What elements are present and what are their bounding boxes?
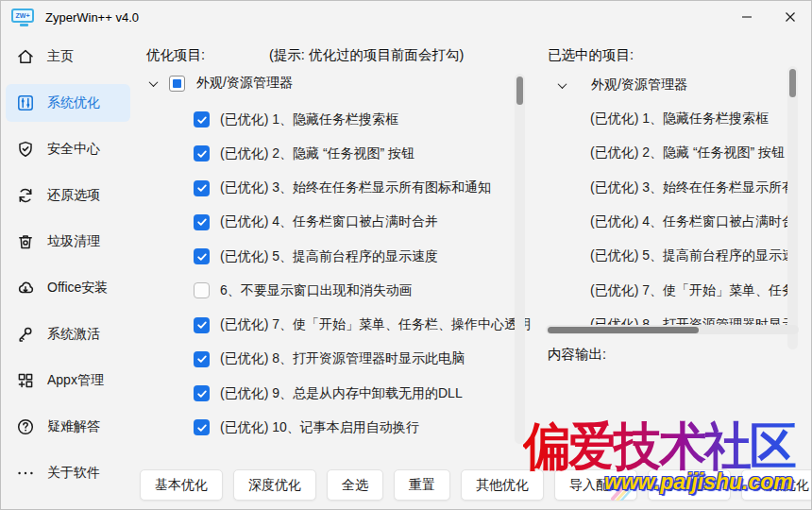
- item-checkbox-checked[interactable]: [194, 385, 210, 401]
- footer-button-7[interactable]: 导出配置: [648, 469, 731, 501]
- title-bar: ZW+ ZyperWin++ v4.0: [0, 0, 812, 34]
- optimize-list-hint: (提示: 优化过的项目前面会打勾): [269, 46, 464, 64]
- group-label: 外观/资源管理器: [196, 75, 293, 92]
- output-label: 内容输出:: [548, 346, 606, 364]
- optimize-item-row: (已优化) 3、始终在任务栏显示所有图标和通知: [194, 178, 491, 197]
- optimize-item-row: (已优化) 2、隐藏 “任务视图” 按钮: [194, 144, 414, 163]
- optimize-item-row: (已优化) 7、使「开始」菜单、任务栏、操作中心透明: [194, 315, 531, 334]
- selected-panel-title: 已选中的项目:: [548, 46, 634, 64]
- selected-item-row: (已优化) 3、始终在任务栏显示所有图标和通知: [590, 171, 788, 205]
- optimize-item-label: (已优化) 1、隐藏任务栏搜索框: [220, 111, 398, 128]
- optimize-item-row: (已优化) 9、总是从内存中卸载无用的DLL: [194, 384, 463, 403]
- expander-chevron-down-icon[interactable]: [148, 80, 169, 87]
- close-button[interactable]: [769, 0, 812, 34]
- close-icon: [785, 11, 796, 23]
- selected-item-row: (已优化) 7、使「开始」菜单、任务栏、操作中心透明: [590, 273, 788, 307]
- selected-vertical-scrollbar-track[interactable]: [787, 66, 798, 349]
- trash-icon: [16, 232, 35, 251]
- restore-icon: [16, 186, 35, 205]
- main-vertical-scrollbar-track[interactable]: [515, 74, 525, 444]
- selected-item-row: (已优化) 5、提高前台程序的显示速度: [590, 239, 788, 273]
- footer-button-3[interactable]: 全选: [327, 469, 383, 501]
- footer-button-1[interactable]: 基本优化: [140, 469, 223, 501]
- optimize-item-label: (已优化) 5、提高前台程序的显示速度: [220, 248, 438, 265]
- sidebar-item-10[interactable]: 关于软件: [6, 454, 130, 492]
- footer-button-6[interactable]: 导入配置: [554, 469, 637, 501]
- sidebar-item-label: Office安装: [47, 280, 108, 297]
- home-icon: [16, 47, 35, 66]
- sidebar-item-2[interactable]: 系统优化: [6, 84, 130, 122]
- help-circle-icon: [16, 417, 35, 436]
- item-checkbox-checked[interactable]: [194, 111, 210, 128]
- main-vertical-scrollbar-thumb[interactable]: [516, 76, 523, 105]
- item-checkbox-checked[interactable]: [194, 317, 210, 333]
- selected-item-row: (已优化) 2、隐藏 “任务视图” 按钮: [590, 136, 788, 170]
- selected-vertical-scrollbar-thumb[interactable]: [789, 69, 796, 97]
- sidebar-item-label: 还原选项: [47, 187, 100, 204]
- minimize-icon: [741, 11, 753, 23]
- minimize-button[interactable]: [725, 0, 769, 34]
- optimize-item-label: (已优化) 10、记事本启用自动换行: [220, 419, 419, 436]
- sidebar: 主页系统优化安全中心还原选项垃圾清理Office安装系统激活Appx管理疑难解答…: [0, 38, 136, 501]
- key-icon: [16, 325, 35, 344]
- group-checkbox-indeterminate[interactable]: [169, 76, 185, 92]
- sidebar-item-4[interactable]: 还原选项: [6, 177, 130, 214]
- optimize-item-row: (已优化) 4、任务栏窗口被占满时合并: [194, 212, 438, 231]
- optimize-item-label: 6、不要显示窗口出现和消失动画: [220, 282, 413, 299]
- optimize-item-label: (已优化) 9、总是从内存中卸载无用的DLL: [220, 385, 463, 402]
- optimize-item-row: 6、不要显示窗口出现和消失动画: [194, 281, 413, 300]
- item-checkbox-unchecked[interactable]: [194, 282, 210, 298]
- item-checkbox-checked[interactable]: [194, 180, 210, 196]
- selected-horizontal-scrollbar-thumb[interactable]: [548, 327, 699, 333]
- watermark-community-text: 偏爱技术社区: [523, 419, 812, 475]
- optimize-item-row: (已优化) 8、打开资源管理器时显示此电脑: [194, 349, 465, 368]
- sliders-icon: [16, 94, 35, 112]
- optimize-list-title: 优化项目:: [146, 46, 205, 64]
- optimize-item-row: (已优化) 1、隐藏任务栏搜索框: [194, 110, 398, 129]
- optimize-item-row: (已优化) 10、记事本启用自动换行: [194, 418, 419, 437]
- footer-button-bar: 基本优化深度优化全选重置其他优化导入配置导出配置开始优化还原所选: [140, 469, 812, 501]
- sidebar-item-7[interactable]: 系统激活: [6, 315, 130, 353]
- sidebar-item-label: 系统激活: [47, 326, 100, 343]
- ellipsis-icon: [16, 464, 35, 483]
- sidebar-item-label: 关于软件: [47, 465, 100, 482]
- sidebar-item-label: 垃圾清理: [47, 233, 100, 250]
- selected-item-row: (已优化) 1、隐藏任务栏搜索框: [590, 102, 788, 136]
- optimize-item-label: (已优化) 2、隐藏 “任务视图” 按钮: [220, 145, 414, 162]
- optimize-item-label: (已优化) 8、打开资源管理器时显示此电脑: [220, 350, 465, 367]
- selected-item-row: (已优化) 4、任务栏窗口被占满时合并: [590, 205, 788, 239]
- item-checkbox-checked[interactable]: [194, 248, 210, 264]
- item-checkbox-checked[interactable]: [194, 145, 210, 162]
- sidebar-item-5[interactable]: 垃圾清理: [6, 223, 130, 261]
- sidebar-item-label: 疑难解答: [47, 418, 100, 435]
- optimize-item-label: (已优化) 4、任务栏窗口被占满时合并: [220, 213, 438, 230]
- footer-button-4[interactable]: 重置: [394, 469, 450, 501]
- expander-chevron-down-icon[interactable]: [557, 82, 578, 89]
- cloud-download-icon: [16, 279, 35, 298]
- footer-button-5[interactable]: 其他优化: [461, 469, 544, 501]
- optimize-item-label: (已优化) 3、始终在任务栏显示所有图标和通知: [220, 179, 491, 196]
- tree-group-appearance: 外观/资源管理器: [148, 75, 293, 92]
- sidebar-item-label: 安全中心: [47, 141, 100, 158]
- sidebar-item-8[interactable]: Appx管理: [6, 362, 130, 400]
- app-logo-text: ZW+: [16, 12, 30, 19]
- footer-button-8[interactable]: 开始优化: [741, 469, 812, 501]
- selected-group-label: 外观/资源管理器: [591, 76, 687, 94]
- item-checkbox-checked[interactable]: [194, 351, 210, 367]
- shield-check-icon: [16, 140, 35, 159]
- optimize-item-row: (已优化) 5、提高前台程序的显示速度: [194, 247, 438, 266]
- appx-grid-icon: [16, 371, 35, 390]
- sidebar-item-9[interactable]: 疑难解答: [6, 408, 130, 446]
- selected-item-list: (已优化) 1、隐藏任务栏搜索框(已优化) 2、隐藏 “任务视图” 按钮(已优化…: [590, 102, 788, 338]
- item-checkbox-checked[interactable]: [194, 419, 210, 435]
- sidebar-item-label: 系统优化: [47, 94, 100, 111]
- optimize-item-label: (已优化) 7、使「开始」菜单、任务栏、操作中心透明: [220, 316, 531, 333]
- sidebar-item-3[interactable]: 安全中心: [6, 130, 130, 168]
- window-title: ZyperWin++ v4.0: [45, 10, 139, 25]
- sidebar-item-6[interactable]: Office安装: [6, 269, 130, 307]
- app-logo-icon: ZW+: [11, 8, 36, 26]
- sidebar-item-label: 主页: [47, 48, 74, 65]
- item-checkbox-checked[interactable]: [194, 214, 210, 230]
- footer-button-2[interactable]: 深度优化: [233, 469, 316, 501]
- sidebar-item-1[interactable]: 主页: [6, 38, 130, 76]
